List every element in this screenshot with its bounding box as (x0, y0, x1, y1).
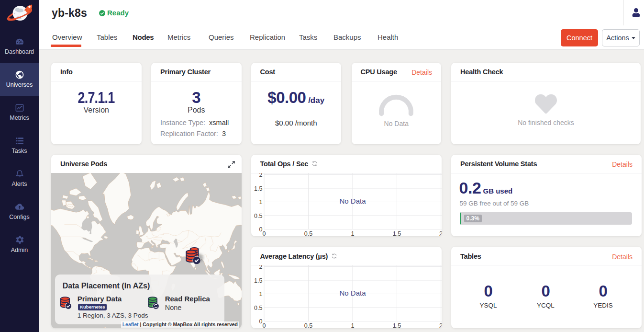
svg-text:0.5: 0.5 (304, 322, 312, 328)
svg-text:1: 1 (351, 230, 354, 236)
svg-text:1.5: 1.5 (254, 277, 262, 284)
svg-text:1.5: 1.5 (392, 230, 400, 236)
svg-text:0: 0 (259, 226, 262, 233)
svg-text:1: 1 (259, 199, 262, 206)
svg-text:0: 0 (262, 230, 266, 236)
svg-text:0: 0 (262, 322, 266, 328)
svg-text:2: 2 (439, 322, 442, 328)
svg-text:0.5: 0.5 (254, 305, 262, 311)
svg-text:2: 2 (259, 265, 262, 270)
svg-text:1.5: 1.5 (254, 185, 262, 192)
svg-text:1: 1 (351, 322, 354, 328)
svg-text:2: 2 (259, 173, 262, 178)
svg-text:0: 0 (259, 318, 262, 325)
svg-text:No Data: No Data (339, 197, 366, 205)
svg-text:0.5: 0.5 (304, 230, 312, 236)
svg-text:0.5: 0.5 (254, 212, 262, 219)
svg-text:No Data: No Data (339, 289, 366, 297)
svg-text:1: 1 (259, 291, 262, 298)
svg-text:1.5: 1.5 (392, 322, 400, 328)
svg-text:2: 2 (439, 230, 442, 236)
